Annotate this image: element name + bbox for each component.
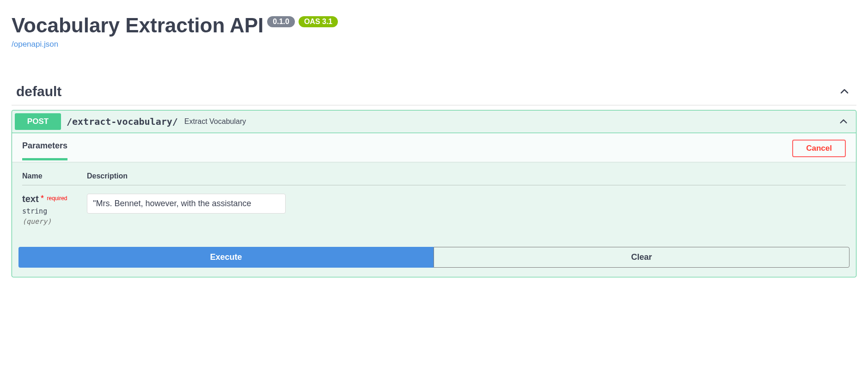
operation-block: POST /extract-vocabulary/ Extract Vocabu… (12, 110, 856, 277)
parameter-description-cell (87, 194, 846, 226)
parameter-type: string (22, 207, 87, 215)
cancel-button[interactable]: Cancel (792, 140, 846, 157)
parameters-header: Parameters Cancel (12, 133, 856, 162)
operation-summary: Extract Vocabulary (184, 117, 246, 126)
column-name-header: Name (22, 172, 87, 180)
chevron-up-icon (838, 116, 849, 127)
chevron-up-icon (839, 86, 850, 97)
clear-button[interactable]: Clear (434, 247, 850, 268)
tag-section: default POST /extract-vocabulary/ Extrac… (12, 79, 856, 277)
parameter-in: (query) (22, 217, 87, 226)
oas-badge: OAS 3.1 (299, 16, 338, 27)
operation-body: Parameters Cancel Name Description text … (12, 133, 856, 277)
required-label: required (47, 195, 67, 202)
api-header: Vocabulary Extraction API 0.1.0 OAS 3.1 … (12, 0, 856, 54)
required-star-icon: * (41, 194, 44, 203)
operation-path: /extract-vocabulary/ (67, 116, 178, 127)
parameter-name-cell: text * required string (query) (22, 194, 87, 226)
method-badge: POST (15, 113, 61, 130)
tab-parameters[interactable]: Parameters (22, 141, 67, 160)
action-row: Execute Clear (12, 230, 856, 277)
execute-button[interactable]: Execute (18, 247, 434, 268)
parameter-name: text (22, 194, 39, 204)
parameter-row: text * required string (query) (22, 185, 846, 226)
text-input[interactable] (87, 194, 286, 214)
column-description-header: Description (87, 172, 846, 180)
section-toggle[interactable]: default (12, 79, 856, 105)
version-badge: 0.1.0 (267, 16, 295, 27)
spec-link[interactable]: /openapi.json (12, 40, 58, 49)
section-title: default (16, 84, 61, 99)
parameters-content: Name Description text * required string … (12, 162, 856, 230)
parameters-table-header: Name Description (22, 172, 846, 185)
operation-summary-toggle[interactable]: POST /extract-vocabulary/ Extract Vocabu… (12, 110, 856, 133)
api-title: Vocabulary Extraction API (12, 14, 263, 37)
